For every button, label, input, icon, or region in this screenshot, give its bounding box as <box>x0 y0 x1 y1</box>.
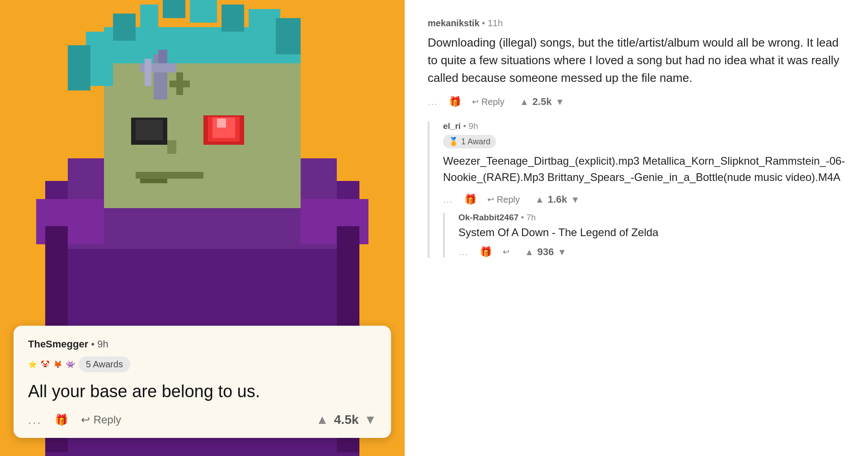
gift-icon: 🎁 <box>55 413 68 426</box>
reply-1-header: el_ri • 9h <box>443 121 845 131</box>
svg-rect-17 <box>158 50 167 63</box>
left-awards-row: ⭐ 🤡 🦊 👾 5 Awards <box>28 356 377 372</box>
top-vote-section: ▲ 2.5k ▼ <box>520 96 564 108</box>
nested-gift-icon: 🎁 <box>480 246 492 258</box>
svg-rect-10 <box>222 5 244 32</box>
award-emoji-2: 🤡 <box>41 360 50 369</box>
svg-rect-6 <box>113 14 136 41</box>
svg-rect-29 <box>170 81 190 87</box>
nested-reply-1-content: Ok-Rabbit2467 • 7h System Of A Down - Th… <box>458 213 845 258</box>
reply-1: el_ri • 9h 🏅 1 Award Weezer_Teenage_Dirt… <box>428 121 845 258</box>
top-downvote-button[interactable]: ▼ <box>555 97 564 107</box>
nested-downvote-button[interactable]: ▼ <box>557 247 566 257</box>
top-comment: mekanikstik • 11h Downloading (illegal) … <box>428 18 845 108</box>
reply-1-reply-button[interactable]: ↩ Reply <box>487 195 520 205</box>
reply-1-vote-count: 1.6k <box>548 194 567 205</box>
left-vote-section: ▲ 4.5k ▼ <box>316 413 377 427</box>
right-panel: mekanikstik • 11h Downloading (illegal) … <box>405 0 868 456</box>
svg-rect-26 <box>136 172 203 179</box>
top-gift-button[interactable]: 🎁 <box>449 96 461 108</box>
reply-1-actions: ... 🎁 ↩ Reply ▲ 1.6k ▼ <box>443 194 845 205</box>
top-vote-count: 2.5k <box>533 96 552 108</box>
svg-rect-18 <box>145 59 151 86</box>
reply-1-body: Weezer_Teenage_Dirtbag_(explicit).mp3 Me… <box>443 153 845 185</box>
nested-reply-1-username: Ok-Rabbit2467 <box>458 213 519 222</box>
nested-reply-icon: ↩ <box>503 247 509 257</box>
top-comment-header: mekanikstik • 11h <box>428 18 845 28</box>
left-comment-meta: TheSmegger • 9h <box>28 338 377 350</box>
nested-more-button[interactable]: ... <box>458 247 469 257</box>
top-comment-sep: • <box>482 18 488 28</box>
left-awards-badge: 5 Awards <box>79 356 130 372</box>
left-reply-button[interactable]: ↩ Reply <box>81 413 121 426</box>
nested-reply-1-header: Ok-Rabbit2467 • 7h <box>458 213 845 223</box>
reply-1-award-label: 1 Award <box>461 137 491 147</box>
award-emoji-1: ⭐ <box>28 360 37 369</box>
reply-1-time: 9h <box>468 121 478 131</box>
svg-rect-9 <box>190 0 217 23</box>
svg-rect-8 <box>163 0 185 18</box>
top-reply-icon: ↩ <box>472 97 479 107</box>
left-downvote-button[interactable]: ▼ <box>364 413 377 427</box>
nested-upvote-button[interactable]: ▲ <box>525 247 534 257</box>
svg-rect-14 <box>68 45 90 90</box>
svg-rect-7 <box>140 5 158 27</box>
nested-reply-1-time: 7h <box>526 213 536 222</box>
svg-rect-20 <box>136 120 163 140</box>
top-reply-label: Reply <box>481 97 505 107</box>
top-comment-actions: ... 🎁 ↩ Reply ▲ 2.5k ▼ <box>428 96 845 108</box>
reply-1-content: el_ri • 9h 🏅 1 Award Weezer_Teenage_Dirt… <box>443 121 845 258</box>
left-comment-text: All your base are belong to us. <box>28 380 377 403</box>
svg-rect-11 <box>249 9 280 41</box>
reply-1-username: el_ri <box>443 121 461 131</box>
reply-1-gift-button[interactable]: 🎁 <box>464 194 476 205</box>
top-more-button[interactable]: ... <box>428 97 438 107</box>
reply-arrow-icon: ↩ <box>81 413 90 426</box>
award-emoji-3: 🦊 <box>53 360 62 369</box>
reply-1-indent <box>428 121 429 258</box>
top-gift-icon: 🎁 <box>449 96 461 108</box>
reply-1-vote-section: ▲ 1.6k ▼ <box>535 194 580 205</box>
svg-rect-24 <box>217 119 226 128</box>
nested-reply-1-sep: • <box>521 213 526 222</box>
reply-1-gift-icon: 🎁 <box>464 194 476 205</box>
reply-1-more-button[interactable]: ... <box>443 195 453 205</box>
nested-reply-1-indent <box>443 213 445 258</box>
reply-1-sep: • <box>463 121 468 131</box>
reply-1-award-pill: 🏅 1 Award <box>443 135 496 148</box>
left-more-button[interactable]: ... <box>28 413 42 427</box>
nested-vote-section: ▲ 936 ▼ <box>525 246 566 258</box>
svg-rect-12 <box>276 18 301 54</box>
top-comment-body: Downloading (illegal) songs, but the tit… <box>428 34 845 87</box>
left-comment-username: TheSmegger <box>28 338 88 350</box>
nested-gift-button[interactable]: 🎁 <box>480 246 492 258</box>
left-gift-button[interactable]: 🎁 <box>55 413 68 426</box>
award-emoji-4: 👾 <box>66 360 75 369</box>
top-upvote-button[interactable]: ▲ <box>520 97 529 107</box>
left-reply-label: Reply <box>94 413 121 426</box>
nested-reply-1-actions: ... 🎁 ↩ ▲ 936 ▼ <box>458 246 845 258</box>
reply-1-downvote-button[interactable]: ▼ <box>571 195 580 205</box>
left-comment-actions: ... 🎁 ↩ Reply ▲ 4.5k ▼ <box>28 413 377 427</box>
reply-1-upvote-button[interactable]: ▲ <box>535 195 544 205</box>
reply-1-reply-label: Reply <box>497 195 520 205</box>
svg-rect-27 <box>140 179 167 183</box>
top-comment-username: mekanikstik <box>428 18 480 28</box>
left-comment-time: 9h <box>97 338 108 350</box>
top-reply-button[interactable]: ↩ Reply <box>472 97 505 107</box>
reply-1-award-emoji: 🏅 <box>448 137 458 147</box>
left-upvote-button[interactable]: ▲ <box>316 413 329 427</box>
nested-reply-button[interactable]: ↩ <box>503 247 509 257</box>
left-awards-count: 5 Awards <box>86 359 123 370</box>
top-comment-time: 11h <box>488 18 503 28</box>
left-comment-separator: • <box>91 338 97 350</box>
nested-reply-1: Ok-Rabbit2467 • 7h System Of A Down - Th… <box>443 213 845 258</box>
nested-vote-count: 936 <box>537 246 554 258</box>
nested-reply-1-body: System Of A Down - The Legend of Zelda <box>458 226 845 239</box>
left-panel: TheSmegger • 9h ⭐ 🤡 🦊 👾 5 Awards All you… <box>0 0 405 456</box>
svg-rect-25 <box>167 140 176 154</box>
left-comment-card: TheSmegger • 9h ⭐ 🤡 🦊 👾 5 Awards All you… <box>14 326 391 438</box>
left-vote-count: 4.5k <box>334 413 359 427</box>
reply-1-reply-icon: ↩ <box>487 195 494 204</box>
